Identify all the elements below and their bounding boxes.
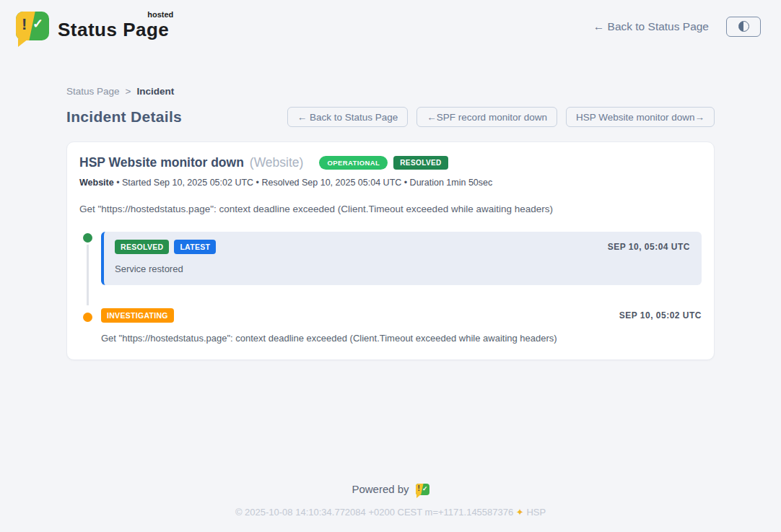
timeline-dot-investigating-icon: [83, 313, 92, 322]
logo[interactable]: ! ✓ Status Page hosted: [0, 12, 169, 41]
breadcrumb: Status Page > Incident: [66, 86, 715, 97]
timeline-investigating-message: Get "https://hostedstatus.page": context…: [101, 333, 702, 344]
breadcrumb-incident: Incident: [136, 86, 174, 97]
logo-text: Status Page: [58, 19, 169, 40]
header-back-link[interactable]: ← Back to Status Page: [593, 20, 709, 33]
sparkles-icon: ✦: [516, 507, 524, 518]
timeline-resolved-message: Service restored: [115, 263, 690, 274]
incident-title: HSP Website monitor down: [79, 155, 244, 170]
header-right: ← Back to Status Page: [593, 17, 781, 37]
timeline-resolved-timestamp: SEP 10, 05:04 UTC: [608, 242, 690, 252]
checkmark-icon: ✓: [32, 16, 43, 32]
incident-title-row: HSP Website monitor down (Website) OPERA…: [79, 155, 702, 170]
incident-meta: Website • Started Sep 10, 2025 05:02 UTC…: [79, 178, 702, 188]
timeline-entry-resolved: RESOLVED LATEST SEP 10, 05:04 UTC Servic…: [83, 232, 702, 285]
footer-checkmark-icon: ✓: [422, 485, 428, 492]
exclamation-icon: !: [22, 15, 27, 34]
latest-badge: LATEST: [174, 240, 216, 254]
copyright-text: © 2025-10-08 14:10:34.772084 +0200 CEST …: [235, 507, 513, 518]
copyright-suffix: HSP: [526, 507, 546, 518]
powered-by-label: Powered by: [352, 483, 409, 495]
contrast-icon: [738, 21, 749, 32]
incident-timeline: RESOLVED LATEST SEP 10, 05:04 UTC Servic…: [83, 232, 702, 344]
incident-meta-monitor: Website: [79, 178, 114, 188]
timeline-resolved-badges: RESOLVED LATEST: [115, 240, 216, 254]
breadcrumb-separator: >: [126, 86, 131, 97]
incident-monitor-name: (Website): [250, 155, 304, 170]
operational-status-badge: OPERATIONAL: [319, 156, 388, 170]
breadcrumb-status-page[interactable]: Status Page: [66, 86, 120, 97]
timeline-investigating-timestamp: SEP 10, 05:02 UTC: [619, 310, 702, 320]
page-title: Incident Details: [66, 108, 182, 126]
timeline-investigating-head: INVESTIGATING SEP 10, 05:02 UTC: [101, 308, 702, 323]
app-header: ! ✓ Status Page hosted ← Back to Status …: [0, 0, 781, 48]
resolved-badge: RESOLVED: [115, 240, 169, 254]
incident-nav-buttons: ← Back to Status Page ←SPF record monito…: [287, 107, 715, 127]
next-incident-button[interactable]: HSP Website monitor down→: [566, 107, 715, 127]
heading-row: Incident Details ← Back to Status Page ←…: [66, 107, 715, 127]
powered-by-row: Powered by ! ✓: [0, 483, 781, 495]
logo-speech-bubble-icon: ! ✓: [16, 12, 49, 40]
previous-incident-button[interactable]: ←SPF record monitor down: [416, 107, 557, 127]
logo-bubble-tail: [18, 39, 28, 47]
footer-exclamation-icon: !: [418, 484, 420, 492]
copyright-line: © 2025-10-08 14:10:34.772084 +0200 CEST …: [0, 507, 781, 518]
resolved-state-badge: RESOLVED: [393, 156, 448, 170]
timeline-dot-resolved-icon: [83, 233, 92, 243]
timeline-resolved-card: RESOLVED LATEST SEP 10, 05:04 UTC Servic…: [101, 232, 702, 285]
footer-logo-icon[interactable]: ! ✓: [416, 484, 429, 495]
logo-hosted-badge: hosted: [147, 10, 173, 19]
logo-text-wrap: Status Page hosted: [58, 12, 169, 41]
main-content: Status Page > Incident Incident Details …: [66, 86, 715, 360]
footer-logo-bubble-tail: [416, 494, 421, 498]
theme-toggle-button[interactable]: [726, 17, 761, 37]
timeline-investigating-badges: INVESTIGATING: [101, 308, 174, 323]
timeline-resolved-head: RESOLVED LATEST SEP 10, 05:04 UTC: [115, 240, 690, 254]
timeline-entry-investigating: INVESTIGATING SEP 10, 05:02 UTC Get "htt…: [83, 308, 702, 344]
incident-card: HSP Website monitor down (Website) OPERA…: [66, 141, 715, 360]
back-to-status-page-button[interactable]: ← Back to Status Page: [287, 107, 409, 127]
investigating-badge: INVESTIGATING: [101, 308, 174, 323]
incident-description: Get "https://hostedstatus.page": context…: [79, 204, 702, 214]
incident-meta-details: • Started Sep 10, 2025 05:02 UTC • Resol…: [116, 178, 492, 188]
page-footer: Powered by ! ✓ © 2025-10-08 14:10:34.772…: [0, 483, 781, 518]
